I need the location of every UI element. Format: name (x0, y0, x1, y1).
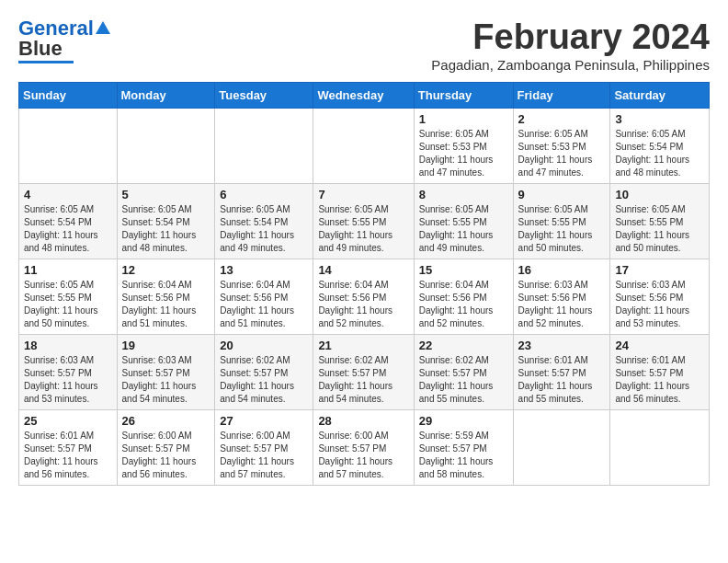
day-number: 13 (220, 263, 308, 277)
day-number: 8 (419, 188, 508, 201)
col-sunday: Sunday (19, 82, 118, 108)
day-number: 25 (24, 414, 112, 428)
logo-underline (18, 61, 74, 63)
day-info: Sunrise: 6:02 AM Sunset: 5:57 PM Dayligh… (220, 354, 308, 406)
logo-icon (94, 19, 112, 38)
calendar-cell (117, 108, 215, 183)
calendar-cell (313, 108, 414, 183)
calendar-cell: 2Sunrise: 6:05 AM Sunset: 5:53 PM Daylig… (513, 108, 610, 183)
day-info: Sunrise: 6:04 AM Sunset: 5:56 PM Dayligh… (122, 279, 210, 330)
calendar-body: 1Sunrise: 6:05 AM Sunset: 5:53 PM Daylig… (19, 108, 710, 485)
day-info: Sunrise: 6:05 AM Sunset: 5:55 PM Dayligh… (318, 203, 408, 255)
day-info: Sunrise: 6:01 AM Sunset: 5:57 PM Dayligh… (24, 430, 112, 481)
col-tuesday: Tuesday (215, 82, 313, 108)
calendar-cell: 27Sunrise: 6:00 AM Sunset: 5:57 PM Dayli… (215, 409, 313, 485)
day-info: Sunrise: 6:05 AM Sunset: 5:55 PM Dayligh… (615, 203, 704, 255)
day-number: 7 (318, 188, 408, 201)
month-title: February 2024 (431, 18, 710, 57)
calendar-cell: 1Sunrise: 6:05 AM Sunset: 5:53 PM Daylig… (414, 108, 513, 183)
day-info: Sunrise: 6:04 AM Sunset: 5:56 PM Dayligh… (419, 279, 508, 330)
day-info: Sunrise: 6:00 AM Sunset: 5:57 PM Dayligh… (122, 430, 210, 481)
calendar-cell: 4Sunrise: 6:05 AM Sunset: 5:54 PM Daylig… (19, 183, 118, 259)
calendar-table: Sunday Monday Tuesday Wednesday Thursday… (18, 82, 710, 486)
calendar-cell: 5Sunrise: 6:05 AM Sunset: 5:54 PM Daylig… (117, 183, 215, 259)
day-info: Sunrise: 6:05 AM Sunset: 5:53 PM Dayligh… (419, 128, 508, 179)
day-number: 27 (220, 414, 308, 428)
calendar-cell: 15Sunrise: 6:04 AM Sunset: 5:56 PM Dayli… (414, 259, 513, 334)
day-number: 16 (518, 263, 606, 277)
calendar-cell: 18Sunrise: 6:03 AM Sunset: 5:57 PM Dayli… (19, 334, 118, 409)
day-number: 6 (220, 188, 308, 201)
calendar-cell: 21Sunrise: 6:02 AM Sunset: 5:57 PM Dayli… (313, 334, 414, 409)
svg-marker-0 (96, 21, 110, 34)
day-number: 19 (122, 339, 210, 352)
calendar-cell: 25Sunrise: 6:01 AM Sunset: 5:57 PM Dayli… (19, 409, 118, 485)
calendar-cell: 9Sunrise: 6:05 AM Sunset: 5:55 PM Daylig… (513, 183, 610, 259)
day-number: 1 (419, 112, 508, 126)
col-wednesday: Wednesday (313, 82, 414, 108)
calendar-cell: 10Sunrise: 6:05 AM Sunset: 5:55 PM Dayli… (610, 183, 710, 259)
col-thursday: Thursday (414, 82, 513, 108)
calendar-cell: 12Sunrise: 6:04 AM Sunset: 5:56 PM Dayli… (117, 259, 215, 334)
calendar-cell (513, 409, 610, 485)
title-area: February 2024 Pagadian, Zamboanga Penins… (431, 18, 710, 73)
day-info: Sunrise: 6:05 AM Sunset: 5:54 PM Dayligh… (615, 128, 704, 179)
logo-blue-text: Blue (18, 39, 63, 59)
day-info: Sunrise: 6:05 AM Sunset: 5:55 PM Dayligh… (24, 279, 112, 330)
day-number: 10 (615, 188, 704, 201)
calendar-cell: 3Sunrise: 6:05 AM Sunset: 5:54 PM Daylig… (610, 108, 710, 183)
day-number: 15 (419, 263, 508, 277)
day-number: 11 (24, 263, 112, 277)
col-saturday: Saturday (610, 82, 710, 108)
day-info: Sunrise: 6:01 AM Sunset: 5:57 PM Dayligh… (518, 354, 606, 406)
day-info: Sunrise: 6:04 AM Sunset: 5:56 PM Dayligh… (318, 279, 408, 330)
day-number: 12 (122, 263, 210, 277)
day-info: Sunrise: 6:03 AM Sunset: 5:57 PM Dayligh… (24, 354, 112, 406)
day-info: Sunrise: 5:59 AM Sunset: 5:57 PM Dayligh… (419, 430, 508, 481)
calendar-week-3: 11Sunrise: 6:05 AM Sunset: 5:55 PM Dayli… (19, 259, 710, 334)
day-info: Sunrise: 6:00 AM Sunset: 5:57 PM Dayligh… (220, 430, 308, 481)
calendar-cell: 17Sunrise: 6:03 AM Sunset: 5:56 PM Dayli… (610, 259, 710, 334)
day-number: 2 (518, 112, 606, 126)
header-row: Sunday Monday Tuesday Wednesday Thursday… (19, 82, 710, 108)
calendar-cell: 29Sunrise: 5:59 AM Sunset: 5:57 PM Dayli… (414, 409, 513, 485)
day-info: Sunrise: 6:05 AM Sunset: 5:55 PM Dayligh… (518, 203, 606, 255)
calendar-cell: 20Sunrise: 6:02 AM Sunset: 5:57 PM Dayli… (215, 334, 313, 409)
calendar-cell: 6Sunrise: 6:05 AM Sunset: 5:54 PM Daylig… (215, 183, 313, 259)
calendar-cell: 28Sunrise: 6:00 AM Sunset: 5:57 PM Dayli… (313, 409, 414, 485)
logo-text: General (18, 18, 94, 39)
day-number: 28 (318, 414, 408, 428)
day-info: Sunrise: 6:05 AM Sunset: 5:55 PM Dayligh… (419, 203, 508, 255)
day-info: Sunrise: 6:00 AM Sunset: 5:57 PM Dayligh… (318, 430, 408, 481)
day-info: Sunrise: 6:03 AM Sunset: 5:56 PM Dayligh… (518, 279, 606, 330)
calendar-cell (215, 108, 313, 183)
day-number: 20 (220, 339, 308, 352)
day-info: Sunrise: 6:02 AM Sunset: 5:57 PM Dayligh… (318, 354, 408, 406)
day-number: 18 (24, 339, 112, 352)
day-info: Sunrise: 6:05 AM Sunset: 5:54 PM Dayligh… (24, 203, 112, 255)
calendar-week-2: 4Sunrise: 6:05 AM Sunset: 5:54 PM Daylig… (19, 183, 710, 259)
day-number: 14 (318, 263, 408, 277)
day-number: 3 (615, 112, 704, 126)
calendar-cell: 16Sunrise: 6:03 AM Sunset: 5:56 PM Dayli… (513, 259, 610, 334)
day-info: Sunrise: 6:03 AM Sunset: 5:56 PM Dayligh… (615, 279, 704, 330)
col-friday: Friday (513, 82, 610, 108)
day-info: Sunrise: 6:05 AM Sunset: 5:53 PM Dayligh… (518, 128, 606, 179)
day-number: 17 (615, 263, 704, 277)
calendar-cell: 14Sunrise: 6:04 AM Sunset: 5:56 PM Dayli… (313, 259, 414, 334)
calendar-cell: 11Sunrise: 6:05 AM Sunset: 5:55 PM Dayli… (19, 259, 118, 334)
day-number: 23 (518, 339, 606, 352)
calendar-cell: 7Sunrise: 6:05 AM Sunset: 5:55 PM Daylig… (313, 183, 414, 259)
calendar-cell (19, 108, 118, 183)
calendar-week-4: 18Sunrise: 6:03 AM Sunset: 5:57 PM Dayli… (19, 334, 710, 409)
calendar-header: Sunday Monday Tuesday Wednesday Thursday… (19, 82, 710, 108)
day-number: 26 (122, 414, 210, 428)
day-info: Sunrise: 6:03 AM Sunset: 5:57 PM Dayligh… (122, 354, 210, 406)
day-number: 29 (419, 414, 508, 428)
calendar-cell: 8Sunrise: 6:05 AM Sunset: 5:55 PM Daylig… (414, 183, 513, 259)
day-info: Sunrise: 6:05 AM Sunset: 5:54 PM Dayligh… (220, 203, 308, 255)
day-info: Sunrise: 6:04 AM Sunset: 5:56 PM Dayligh… (220, 279, 308, 330)
calendar-cell: 23Sunrise: 6:01 AM Sunset: 5:57 PM Dayli… (513, 334, 610, 409)
day-number: 21 (318, 339, 408, 352)
calendar-cell: 24Sunrise: 6:01 AM Sunset: 5:57 PM Dayli… (610, 334, 710, 409)
